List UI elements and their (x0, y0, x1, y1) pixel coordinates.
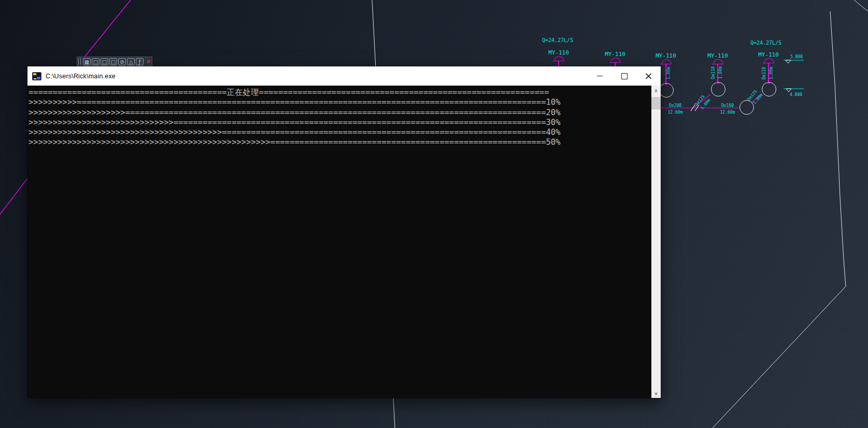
minimize-button[interactable] (588, 66, 612, 86)
magenta-line-left (0, 176, 29, 214)
toolbar-close-icon[interactable]: ✕ (146, 59, 150, 64)
console-output-line: >>>>>>>>>>==============================… (29, 98, 651, 107)
toolbar-icon[interactable]: ƒ (136, 58, 144, 65)
cad-toolbar-fragment: ▦□□□⊘△ƒ✕ (77, 57, 152, 66)
scrollbar-track[interactable]: ∧ ∨ (651, 86, 661, 398)
console-app-icon (32, 72, 41, 80)
console-output-line: >>>>>>>>>>>>>>>>>>>>>>>>>>>>>>>>>>>>>>>>… (29, 128, 651, 137)
desktop: { "window": { "title": "C:\\Users\\Rick\… (0, 0, 868, 428)
pipe-line-diagonal-1 (693, 94, 710, 108)
toolbar-icon[interactable]: △ (127, 58, 135, 65)
close-icon: × (644, 70, 653, 82)
level-triangle-icon (786, 60, 791, 63)
maximize-icon (621, 73, 628, 79)
scroll-up-button[interactable]: ∧ (651, 86, 661, 95)
minimize-icon (597, 76, 603, 76)
console-output: ========================================… (27, 86, 651, 398)
window-titlebar[interactable]: C:\Users\Rick\main.exe × (27, 66, 661, 86)
console-output-line: ========================================… (29, 88, 651, 98)
window-controls: × (588, 66, 661, 86)
toolbar-icon[interactable]: ⊘ (118, 58, 126, 65)
toolbar-icon[interactable]: □ (109, 58, 117, 65)
window-title: C:\Users\Rick\main.exe (46, 73, 116, 80)
toolbar-grip[interactable] (78, 58, 81, 65)
pipe-line-diagonal-2 (751, 94, 761, 103)
boundary-line-corner (854, 0, 868, 11)
level-triangle-icon (786, 89, 791, 92)
scrollbar-thumb[interactable] (651, 97, 661, 109)
boundary-line-right (713, 11, 846, 428)
toolbar-icon[interactable]: □ (101, 58, 108, 65)
console-output-line: >>>>>>>>>>>>>>>>>>>>>>>>>>>>>>>>>>>>>>>>… (29, 137, 651, 147)
console-output-line: >>>>>>>>>>>>>>>>>>>>====================… (29, 108, 651, 118)
console-output-line: >>>>>>>>>>>>>>>>>>>>>>>>>>>>>>==========… (29, 118, 651, 128)
scroll-down-button[interactable]: ∨ (651, 389, 661, 398)
close-button[interactable]: × (636, 66, 661, 86)
console-window: C:\Users\Rick\main.exe × ===============… (27, 66, 661, 398)
toolbar-icon[interactable]: □ (92, 58, 99, 65)
toolbar-icon[interactable]: ▦ (83, 58, 91, 65)
maximize-button[interactable] (612, 66, 636, 86)
